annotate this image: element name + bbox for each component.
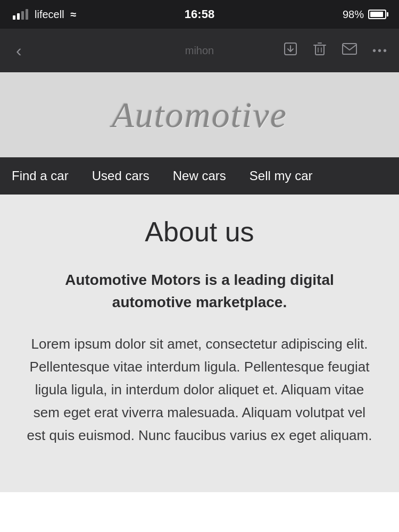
- site-logo: Automotive: [112, 94, 287, 136]
- more-button[interactable]: •••: [372, 45, 388, 57]
- about-title: About us: [27, 216, 372, 248]
- nav-actions: •••: [283, 41, 388, 60]
- status-left: lifecell ≈: [13, 9, 77, 21]
- address-bar-ghost: mihon: [185, 45, 214, 57]
- delete-button[interactable]: [313, 41, 327, 60]
- svg-rect-2: [315, 45, 324, 55]
- battery-icon: [368, 10, 386, 19]
- status-right: 98%: [343, 9, 386, 21]
- signal-icon: [13, 9, 28, 20]
- mail-button[interactable]: [342, 43, 358, 59]
- site-nav: Find a car Used cars New cars Sell my ca…: [0, 157, 399, 195]
- browser-nav-bar: ‹ mihon: [0, 29, 399, 72]
- site-header: Automotive: [0, 72, 399, 157]
- svg-rect-7: [343, 44, 356, 54]
- download-button[interactable]: [283, 41, 298, 60]
- battery-fill: [370, 12, 383, 17]
- nav-find-a-car[interactable]: Find a car: [0, 157, 80, 195]
- battery-percent: 98%: [343, 9, 364, 21]
- main-content: About us Automotive Motors is a leading …: [0, 195, 399, 492]
- nav-sell-my-car[interactable]: Sell my car: [238, 157, 325, 195]
- nav-new-cars[interactable]: New cars: [161, 157, 238, 195]
- about-body: Lorem ipsum dolor sit amet, consectetur …: [27, 333, 372, 446]
- status-time: 16:58: [185, 7, 214, 21]
- back-button[interactable]: ‹: [11, 37, 27, 64]
- status-bar: lifecell ≈ 16:58 98%: [0, 0, 399, 29]
- carrier-name: lifecell: [35, 9, 64, 21]
- wifi-icon: ≈: [71, 9, 77, 21]
- about-subtitle: Automotive Motors is a leading digital a…: [27, 269, 372, 314]
- nav-used-cars[interactable]: Used cars: [80, 157, 161, 195]
